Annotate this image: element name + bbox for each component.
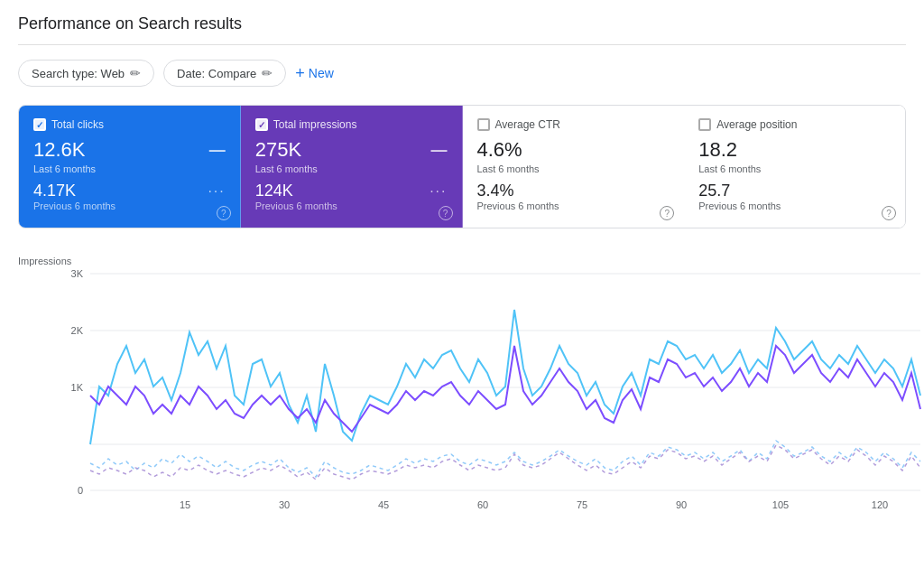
metric-value-clicks: 12.6K [33,138,86,162]
page-title: Performance on Search results [18,14,906,45]
metric-prev-row-position: 25.7 [698,182,891,200]
plus-icon: + [295,64,305,83]
metric-header-ctr: Average CTR [477,118,670,131]
metric-header-impressions: Total impressions [255,118,448,131]
metrics-row: Total clicks 12.6K — Last 6 months 4.17K… [18,105,906,228]
metric-value-position: 18.2 [698,138,737,162]
search-type-filter[interactable]: Search type: Web ✏ [18,60,154,87]
date-label: Date: Compare [177,67,256,80]
svg-text:120: 120 [872,499,888,510]
metric-prev-row-clicks: 4.17K ··· [33,182,226,200]
metric-period-clicks: Last 6 months [33,163,226,174]
filter-bar: Search type: Web ✏ Date: Compare ✏ + New [18,60,906,87]
metric-prev-value-clicks: 4.17K [33,182,76,200]
metric-help-clicks[interactable]: ? [217,206,231,220]
line-clicks-current [90,441,920,477]
metric-help-position[interactable]: ? [882,206,896,220]
metric-card-total-impressions[interactable]: Total impressions 275K — Last 6 months 1… [241,106,463,228]
metric-dots-clicks[interactable]: ··· [208,183,225,200]
new-button[interactable]: + New [295,64,334,83]
line-clicks-previous [90,445,920,480]
performance-chart: 3K 2K 1K 0 15 30 45 60 75 90 105 120 [54,256,924,517]
metric-label-position: Average position [716,118,797,131]
page-container: Performance on Search results Search typ… [0,0,924,587]
metric-value-impressions: 275K [255,138,301,162]
metric-card-total-clicks[interactable]: Total clicks 12.6K — Last 6 months 4.17K… [19,106,241,228]
metric-value-row-ctr: 4.6% [477,138,670,162]
svg-text:45: 45 [378,499,389,510]
metric-value-row-clicks: 12.6K — [33,138,226,162]
metric-header-clicks: Total clicks [33,118,226,131]
metric-dash-clicks: — [209,141,226,160]
search-type-edit-icon: ✏ [130,66,141,80]
metric-label-impressions: Total impressions [273,118,357,131]
metric-prev-row-impressions: 124K ··· [255,182,448,200]
chart-container: Impressions 3K 2K 1K 0 15 30 45 60 75 [18,247,906,545]
metric-card-position[interactable]: Average position 18.2 Last 6 months 25.7… [684,106,905,228]
svg-text:15: 15 [180,499,190,510]
metric-checkbox-impressions[interactable] [255,118,268,131]
metric-checkbox-ctr[interactable] [477,118,490,131]
metric-value-row-impressions: 275K — [255,138,448,162]
metric-prev-row-ctr: 3.4% [477,182,670,200]
metric-prev-period-clicks: Previous 6 months [33,200,226,211]
metric-prev-period-position: Previous 6 months [698,200,891,211]
metric-value-row-position: 18.2 [698,138,891,162]
date-edit-icon: ✏ [262,66,273,80]
svg-text:1K: 1K [71,382,84,393]
chart-svg-wrapper: 3K 2K 1K 0 15 30 45 60 75 90 105 120 [54,256,906,517]
metric-prev-value-impressions: 124K [255,182,293,200]
metric-prev-value-position: 25.7 [698,182,730,200]
metric-prev-period-ctr: Previous 6 months [477,200,670,211]
metric-prev-period-impressions: Previous 6 months [255,200,448,211]
metric-label-clicks: Total clicks [51,118,104,131]
metric-card-ctr[interactable]: Average CTR 4.6% Last 6 months 3.4% Prev… [463,106,685,228]
date-filter[interactable]: Date: Compare ✏ [163,60,286,87]
line-impressions-current [90,310,920,444]
metric-prev-value-ctr: 3.4% [477,182,514,200]
metric-checkbox-position[interactable] [698,118,711,131]
svg-text:60: 60 [477,499,488,510]
metric-label-ctr: Average CTR [495,118,560,131]
metric-checkbox-clicks[interactable] [33,118,46,131]
metric-value-ctr: 4.6% [477,138,522,162]
svg-text:3K: 3K [71,268,84,279]
metric-help-impressions[interactable]: ? [439,206,453,220]
metric-dash-impressions: — [431,141,448,160]
search-type-label: Search type: Web [32,67,125,80]
svg-text:0: 0 [78,485,83,496]
metric-header-position: Average position [698,118,891,131]
svg-text:75: 75 [577,499,587,510]
new-label: New [309,66,334,80]
svg-text:30: 30 [279,499,290,510]
metric-help-ctr[interactable]: ? [660,206,674,220]
svg-text:2K: 2K [71,325,84,336]
svg-text:90: 90 [676,499,687,510]
metric-period-ctr: Last 6 months [477,163,670,174]
metric-dots-impressions[interactable]: ··· [430,183,447,200]
metric-period-position: Last 6 months [698,163,891,174]
metric-period-impressions: Last 6 months [255,163,448,174]
svg-text:105: 105 [772,499,789,510]
